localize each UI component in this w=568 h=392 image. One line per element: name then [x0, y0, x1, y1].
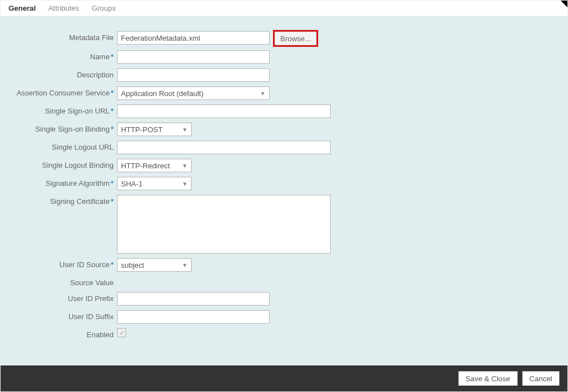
settings-page: General Attributes Groups Metadata File … [0, 0, 568, 392]
sso-binding-label: Single Sign-on Binding* [6, 123, 117, 134]
description-label: Description [6, 68, 117, 80]
sig-alg-value: SHA-1 [121, 180, 142, 188]
enabled-checkbox[interactable]: ✓ [117, 328, 126, 337]
chevron-down-icon: ▼ [260, 90, 266, 97]
browse-button[interactable]: Browse... [274, 31, 317, 46]
sig-alg-select[interactable]: SHA-1 ▼ [117, 177, 192, 190]
sig-alg-label: Signature Algorithm* [6, 177, 117, 188]
sso-url-input[interactable] [117, 104, 331, 118]
chevron-down-icon: ▼ [182, 127, 188, 133]
cancel-button[interactable]: Cancel [522, 371, 560, 386]
uid-prefix-label: User ID Prefix [6, 292, 117, 303]
description-input[interactable] [117, 68, 270, 82]
slo-binding-value: HTTP-Redirect [121, 162, 170, 170]
slo-binding-select[interactable]: HTTP-Redirect ▼ [117, 159, 192, 172]
signing-cert-textarea[interactable] [117, 195, 331, 254]
uid-suffix-label: User ID Suffix [6, 310, 117, 321]
uid-source-label: User ID Source* [6, 258, 117, 269]
chevron-down-icon: ▼ [182, 181, 188, 187]
tab-attributes[interactable]: Attributes [48, 4, 79, 12]
tab-general[interactable]: General [8, 4, 36, 12]
source-value-label: Source Value [6, 276, 117, 288]
chevron-down-icon: ▼ [182, 262, 188, 268]
uid-prefix-input[interactable] [117, 292, 270, 306]
save-close-button[interactable]: Save & Close [458, 371, 518, 386]
acs-select[interactable]: Application Root (default) ▼ [117, 86, 270, 100]
footer-bar: Save & Close Cancel [1, 365, 567, 391]
uid-source-value: subject [121, 261, 144, 269]
general-form: Metadata File Browse... Name* Descriptio… [1, 16, 567, 367]
enabled-label: Enabled [6, 328, 117, 339]
corner-decoration [561, 1, 567, 7]
slo-url-input[interactable] [117, 141, 331, 154]
acs-value: Application Root (default) [121, 89, 203, 98]
signing-cert-label: Signing Certificate* [6, 195, 117, 206]
uid-source-select[interactable]: subject ▼ [117, 258, 192, 272]
uid-suffix-input[interactable] [117, 310, 270, 324]
sso-binding-value: HTTP-POST [121, 125, 163, 134]
slo-url-label: Single Logout URL [6, 141, 117, 152]
metadata-file-input[interactable] [117, 31, 270, 45]
acs-label: Assertion Consumer Service* [6, 86, 117, 98]
slo-binding-label: Single Logout Binding [6, 159, 117, 170]
metadata-file-label: Metadata File [6, 31, 117, 42]
tab-groups[interactable]: Groups [92, 4, 116, 12]
tab-bar: General Attributes Groups [1, 1, 567, 16]
sso-url-label: Single Sign-on URL* [6, 104, 117, 116]
chevron-down-icon: ▼ [182, 163, 188, 169]
name-input[interactable] [117, 50, 270, 64]
name-label: Name* [6, 50, 117, 62]
sso-binding-select[interactable]: HTTP-POST ▼ [117, 123, 192, 136]
